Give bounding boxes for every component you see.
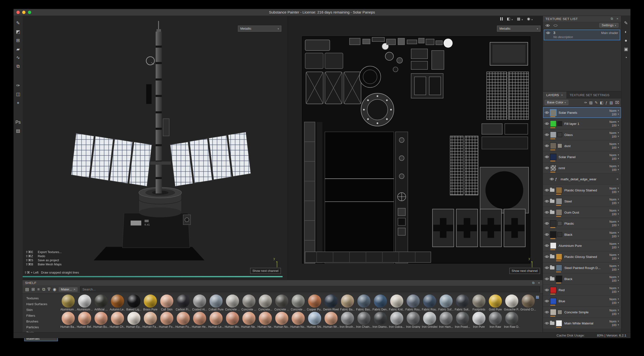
opacity-select[interactable]: 100▾ [612,301,619,305]
undock-panel-icon[interactable]: ⧉ [611,17,613,21]
opacity-select[interactable]: 100▾ [612,112,619,116]
material-item[interactable]: Human Ne... [241,312,257,328]
layer-row[interactable]: BlackNorm▾100▾ [543,274,621,284]
viewport-mode-icon[interactable]: ▦▾ [517,17,523,21]
texture-set-item[interactable]: 3 Main shader No description [544,30,620,40]
layer-thumbnail[interactable] [550,231,556,238]
material-item[interactable]: Fabric Knit... [389,294,405,311]
layer-thumbnail[interactable] [550,298,556,304]
material-item[interactable]: Human Le... [208,312,224,328]
material-item[interactable]: Aluminium ... [60,294,76,311]
opacity-select[interactable]: 100▾ [612,157,619,160]
visibility-toggle[interactable] [545,166,550,170]
material-item[interactable]: Concrete ... [290,294,306,311]
material-item[interactable]: Copper Pu... [307,294,322,311]
add-resource-icon[interactable]: ⊞ [31,287,35,292]
material-item[interactable]: Human Ch... [110,312,125,328]
layer-secondary-thumbnail[interactable] [557,132,562,137]
material-item[interactable]: Human Ba... [60,312,76,328]
material-item[interactable]: Fabric Rou... [406,294,421,311]
blend-mode-select[interactable]: Norm▾ [610,308,619,312]
material-item[interactable]: Calf Skin [159,294,174,311]
visibility-toggle[interactable] [545,133,550,136]
shelf-category-textures[interactable]: Textures [24,296,58,301]
material-item[interactable]: Gouache P... [504,294,520,311]
material-item[interactable]: Autumn Le... [110,294,125,311]
layer-thumbnail[interactable] [550,154,556,160]
shelf-category-filters[interactable]: Filters [24,313,58,318]
layer-thumbnail[interactable] [556,253,562,260]
material-item[interactable]: Iron Raw D... [504,312,520,328]
material-item[interactable]: Cobalt Pure [208,294,224,311]
blend-mode-select[interactable]: Norm▾ [610,209,619,212]
material-item[interactable]: Iron Grainy [406,312,421,328]
add-mask-icon[interactable]: ▨ [589,100,593,104]
material-item[interactable]: Iron Chain... [356,312,372,328]
layer-row[interactable]: Steel Painted Rough D...Norm▾100▾ [543,262,621,273]
material-item[interactable]: Fabric Den... [372,294,388,311]
opacity-select[interactable]: 100▾ [612,312,619,316]
layer-row[interactable]: SteelNorm▾100▾ [543,196,621,206]
material-item[interactable]: Iron Diamo... [372,312,388,328]
opacity-select[interactable]: 100▾ [612,246,619,249]
opacity-select[interactable]: 100▾ [612,257,619,260]
external-link-icon[interactable]: ⧉ [42,287,45,292]
blend-mode-select[interactable]: Norm▾ [610,164,619,168]
tool-properties-icon[interactable]: ✎ [622,20,629,26]
visibility-toggle[interactable] [545,299,550,303]
add-paint-layer-icon[interactable]: ✎ [595,100,598,104]
blend-mode-select[interactable]: Norm▾ [610,109,619,112]
material-item[interactable]: Denim Rivet [323,294,339,311]
polygon-fill-tool[interactable]: ▰ [15,46,21,52]
display-settings-icon[interactable]: ◐ [622,29,629,34]
blend-mode-select[interactable]: Norm▾ [610,131,619,135]
material-item[interactable]: Iron Pure [471,312,487,328]
visibility-toggle[interactable] [545,155,550,158]
material-item[interactable]: Baked Lig... [126,294,142,311]
blend-mode-select[interactable]: Norm▾ [610,264,619,268]
visibility-toggle[interactable] [545,200,550,203]
opacity-select[interactable]: 100▾ [612,224,619,227]
history-icon[interactable]: ◔ [622,55,629,60]
layer-row[interactable]: nrmlNorm▾100▾ [543,163,621,173]
visibility-toggle[interactable] [545,211,550,214]
layer-row[interactable]: Fill layer 1Norm▾100▾ [543,118,621,129]
eraser-tool[interactable]: ◩ [15,29,21,34]
layer-row[interactable]: RedNorm▾100▾ [543,285,621,295]
layer-row[interactable]: Concrete SimpleNorm▾100▾ [543,307,621,318]
add-group-icon[interactable]: ▥ [610,100,613,104]
blend-mode-select[interactable]: Norm▾ [610,231,619,234]
opacity-select[interactable]: 100▾ [612,290,619,294]
material-item[interactable]: Aluminium ... [77,294,92,311]
layer-thumbnail[interactable] [550,242,556,249]
visibility-toggle[interactable] [545,188,550,192]
filter-icon[interactable]: ∇ [48,287,50,292]
material-item[interactable]: Human Shi... [307,312,322,328]
opacity-select[interactable]: 100▾ [612,234,619,238]
layer-thumbnail[interactable] [556,264,562,271]
shader-settings-icon[interactable]: ● [622,37,629,43]
material-item[interactable]: Fabric Sof... [438,294,454,311]
layer-thumbnail[interactable] [550,131,556,138]
layer-row[interactable]: Gum DustNorm▾100▾ [543,207,621,218]
layer-secondary-thumbnail[interactable] [557,144,562,148]
layer-thumbnail[interactable] [556,209,562,216]
solo-visibility-icon[interactable] [553,24,558,27]
material-item[interactable]: Artificial ... [93,294,109,311]
grid-view-icon[interactable]: ▦ [536,295,540,299]
remove-effect-icon[interactable]: × [616,177,619,181]
opacity-select[interactable]: 100▾ [612,201,619,205]
material-item[interactable]: Human Ne... [258,312,273,328]
opacity-select[interactable]: 100▾ [612,146,619,150]
viewport-2d[interactable]: Metallic ▾ Show next channel y [288,16,542,280]
material-picker-tool[interactable]: ✑ [15,83,21,88]
undock-panel-icon[interactable]: ⧉ [532,281,534,285]
opacity-select[interactable]: 100▾ [612,323,619,327]
material-item[interactable]: Human Fo... [159,312,174,328]
paint-brush-tool[interactable]: ✎ [15,20,21,26]
material-item[interactable]: Fabric Ba... [340,294,355,311]
visibility-toggle[interactable] [545,255,550,258]
camera-mode-icon[interactable]: ◉▾ [527,17,533,21]
material-item[interactable]: Concrete ... [241,294,257,311]
material-item[interactable]: Footprints [471,294,487,311]
